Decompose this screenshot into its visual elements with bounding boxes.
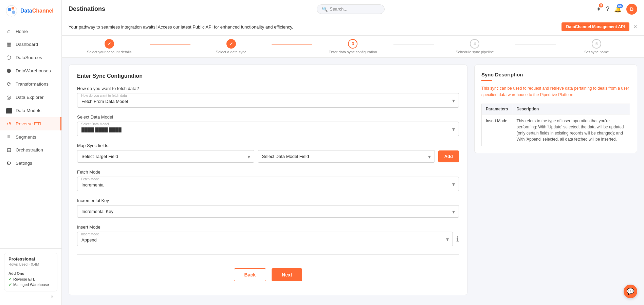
step-5: 5 Set sync name xyxy=(556,39,637,54)
sidebar-bottom: Professional Rows Used - 0.4M Add Ons ✔ … xyxy=(0,248,61,305)
addon-managed-warehouse: ✔ Managed Warehouse xyxy=(8,282,53,287)
fetch-mode-select[interactable]: Incremental Full xyxy=(77,177,459,191)
param-desc: This refers to the type of insert operat… xyxy=(512,114,630,146)
sparkle-badge: 5 xyxy=(599,3,603,7)
step-5-circle: 5 xyxy=(592,39,601,49)
step-1-label: Select your account details xyxy=(87,50,131,54)
api-button[interactable]: DataChannel Management API xyxy=(562,22,630,31)
step-2-label: Select a data sync xyxy=(216,50,246,54)
notification-button[interactable]: 🔔 66 xyxy=(614,5,622,13)
nav-icon-transformations: ⟳ xyxy=(5,81,12,87)
nav-icon-data-models: ⬛ xyxy=(5,107,12,114)
nav-icon-segments: ≡ xyxy=(5,134,12,140)
nav-icon-datawarehouses: ⬢ xyxy=(5,68,12,74)
plan-badge: Professional Rows Used - 0.4M Add Ons ✔ … xyxy=(4,253,57,291)
sidebar-item-dashboard[interactable]: ▦Dashboard xyxy=(0,38,61,51)
avatar[interactable]: D xyxy=(626,4,637,15)
sidebar-item-home[interactable]: ⌂Home xyxy=(0,25,61,38)
search-input[interactable] xyxy=(330,6,380,12)
desc-header: Description xyxy=(512,104,630,114)
form-divider xyxy=(77,254,459,255)
step-1: ✓ Select your account details xyxy=(69,39,150,54)
nav-label-reverse-etl: Reverse ETL xyxy=(16,121,42,126)
svg-point-1 xyxy=(8,8,11,11)
nav-label-orchestration: Orchestration xyxy=(16,147,43,152)
step-4-circle: 4 xyxy=(470,39,479,49)
sidebar-item-reverse-etl[interactable]: ↺Reverse ETL xyxy=(0,117,61,130)
steps-bar: ✓ Select your account details ✓ Select a… xyxy=(62,36,644,58)
addon-reverse-etl: ✔ Reverse ETL xyxy=(8,277,53,282)
page-content: Your pathway to seamless integration awa… xyxy=(62,18,644,305)
fetch-data-group: How do you want to fetch data? How do yo… xyxy=(77,86,459,108)
nav-label-dashboard: Dashboard xyxy=(16,42,38,47)
fetch-mode-label: Fetch Mode xyxy=(77,169,459,175)
insert-mode-select-wrapper: Insert Mode Append Update xyxy=(77,232,453,246)
map-fields-label: Map Sync fields: xyxy=(77,143,459,148)
map-fields-group: Map Sync fields: Select Target Field Sel… xyxy=(77,143,459,163)
nav-icon-dashboard: ▦ xyxy=(5,41,12,48)
insert-mode-row: Insert Mode Append Update ℹ xyxy=(77,232,459,246)
param-name: Insert Mode xyxy=(482,114,512,146)
topbar-icons: ✦ 5 ? 🔔 66 D xyxy=(596,4,637,15)
fetch-mode-input[interactable]: Fetch Mode Incremental Full xyxy=(77,177,459,191)
nav-label-home: Home xyxy=(16,29,28,34)
table-row: Insert Mode This refers to the type of i… xyxy=(482,114,630,146)
sparkle-button[interactable]: ✦ 5 xyxy=(596,5,601,13)
form-area: Enter Sync Configuration How do you want… xyxy=(62,58,644,302)
step-connector-4 xyxy=(515,44,556,44)
incremental-key-group: Incremental Key Incremental Key xyxy=(77,198,459,218)
sidebar-item-data-explorer[interactable]: ◎Data Explorer xyxy=(0,91,61,104)
step-4: 4 Schedule sync pipeline xyxy=(434,39,515,54)
help-button[interactable]: ? xyxy=(606,5,609,13)
back-button[interactable]: Back xyxy=(234,268,266,281)
insert-mode-input[interactable]: Insert Mode Append Update xyxy=(77,232,453,246)
nav-label-transformations: Transformations xyxy=(16,82,49,87)
sidebar-item-transformations[interactable]: ⟳Transformations xyxy=(0,77,61,91)
sync-desc-text: This sync can be used to request and ret… xyxy=(481,85,630,98)
fetch-mode-group: Fetch Mode Fetch Mode Incremental Full xyxy=(77,169,459,191)
sidebar-item-datasources[interactable]: ⬡DataSources xyxy=(0,51,61,64)
main-content: Destinations 🔍 ✦ 5 ? 🔔 66 D xyxy=(62,0,644,305)
nav-label-data-explorer: Data Explorer xyxy=(16,95,44,100)
nav-label-data-models: Data Models xyxy=(16,108,41,113)
data-model-label: Select Data Model xyxy=(77,114,459,120)
sidebar-item-data-models[interactable]: ⬛Data Models xyxy=(0,104,61,117)
add-field-button[interactable]: Add xyxy=(438,150,459,162)
sidebar-item-segments[interactable]: ≡Segments xyxy=(0,130,61,143)
params-table: Parameters Description Insert Mode This … xyxy=(481,104,630,146)
notification-badge: 66 xyxy=(617,4,623,8)
data-model-select[interactable]: ████ ████ ████ xyxy=(77,122,459,136)
data-model-select-wrapper: Select Data Model ████ ████ ████ xyxy=(77,122,459,136)
incremental-key-select[interactable]: Incremental Key xyxy=(77,205,459,218)
data-model-sublabel: Select Data Model xyxy=(81,122,109,126)
sidebar: DataChannel ⌂Home▦Dashboard⬡DataSources⬢… xyxy=(0,0,62,305)
section-title: Enter Sync Configuration xyxy=(77,73,459,79)
nav-icon-settings: ⚙ xyxy=(5,160,12,166)
info-icon[interactable]: ℹ xyxy=(456,235,459,243)
close-banner-button[interactable]: × xyxy=(633,23,637,31)
step-1-circle: ✓ xyxy=(105,39,114,49)
data-model-field-select[interactable]: Select Data Model Field xyxy=(258,150,435,163)
incremental-key-label: Incremental Key xyxy=(77,198,459,203)
insert-mode-sublabel: Insert Mode xyxy=(81,232,99,236)
sidebar-item-orchestration[interactable]: ⊟Orchestration xyxy=(0,143,61,157)
chevron-left-icon: « xyxy=(51,293,53,299)
data-model-group: Select Data Model Select Data Model ████… xyxy=(77,114,459,136)
step-3-label: Enter data sync configuration xyxy=(329,50,377,54)
insert-mode-select[interactable]: Append Update xyxy=(77,232,453,246)
target-field-select[interactable]: Select Target Field xyxy=(77,150,254,163)
fetch-data-select[interactable]: Fetch From Data Model Fetch From Query xyxy=(77,93,459,108)
step-3: 3 Enter data sync configuration xyxy=(312,39,393,54)
chat-button[interactable]: 💬 xyxy=(624,285,637,298)
step-4-label: Schedule sync pipeline xyxy=(456,50,494,54)
collapse-button[interactable]: « xyxy=(4,291,57,301)
next-button[interactable]: Next xyxy=(272,268,302,281)
sidebar-nav: ⌂Home▦Dashboard⬡DataSources⬢DataWarehous… xyxy=(0,22,61,248)
step-connector-2 xyxy=(272,44,312,44)
search-box[interactable]: 🔍 xyxy=(317,4,385,14)
fetch-data-input[interactable]: How do you want to fetch data Fetch From… xyxy=(77,93,459,108)
sidebar-item-datawarehouses[interactable]: ⬢DataWarehouses xyxy=(0,64,61,77)
logo[interactable]: DataChannel xyxy=(0,0,61,22)
data-model-input[interactable]: Select Data Model ████ ████ ████ xyxy=(77,122,459,136)
sidebar-item-settings[interactable]: ⚙Settings xyxy=(0,157,61,170)
